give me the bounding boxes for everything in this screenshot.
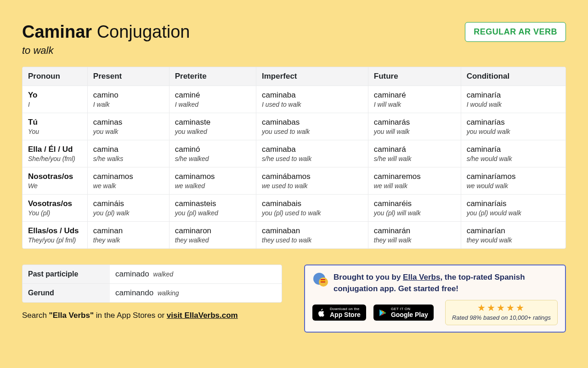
promo-box: Brought to you by Ella Verbs, the top-ra… [304, 264, 566, 333]
conjugation-cell: caminamoswe walked [170, 167, 256, 195]
column-header: Present [88, 67, 170, 86]
pronoun-cell: Vosotras/osYou (pl) [23, 195, 88, 222]
column-header: Pronoun [23, 67, 88, 86]
app-name: "Ella Verbs" [49, 311, 94, 320]
pronoun-cell: TúYou [23, 113, 88, 140]
column-header: Preterite [170, 67, 256, 86]
conjugation-cell: caminabasyou used to walk [256, 113, 368, 140]
table-row: Ellas/os / UdsThey/you (pl fml)caminanth… [23, 222, 565, 248]
verb-translation: to walk [22, 45, 190, 57]
conjugation-cell: caminabanthey used to walk [256, 222, 368, 248]
apple-icon [317, 308, 326, 317]
app-store-button[interactable]: Download on the App Store [312, 305, 366, 321]
visit-site-link[interactable]: visit EllaVerbs.com [167, 311, 238, 320]
rating-text: Rated 98% based on 10,000+ ratings [452, 314, 551, 321]
table-row: TúYoucaminasyou walkcaminasteyou walkedc… [23, 113, 565, 140]
conjugation-cell: caminaremoswe will walk [368, 167, 461, 195]
pronoun-cell: Ella / Él / UdShe/he/you (fml) [23, 140, 88, 167]
conjugation-cell: caminaronthey walked [170, 222, 256, 248]
column-header: Future [368, 67, 461, 86]
conjugation-cell: caminaríasyou would walk [461, 113, 565, 140]
conjugation-cell: caminabaisyou (pl) used to walk [256, 195, 368, 222]
participle-label: Past participle [23, 265, 110, 284]
conjugation-cell: caminaríamoswe would walk [461, 167, 565, 195]
rating-box: ★★★★★ Rated 98% based on 10,000+ ratings [445, 300, 558, 325]
participle-row: Past participlecaminado walked [23, 265, 282, 284]
pronoun-cell: Nosotras/osWe [23, 167, 88, 195]
column-header: Imperfect [256, 67, 368, 86]
participle-value: caminado walked [110, 265, 282, 284]
conjugation-cell: caminasteyou walked [170, 113, 256, 140]
page-title: Caminar Conjugation [22, 22, 190, 42]
conjugation-table: PronounPresentPreteriteImperfectFutureCo… [22, 67, 566, 249]
table-row: Vosotras/osYou (pl)camináisyou (pl) walk… [23, 195, 565, 222]
conjugation-cell: caminarás/he will walk [368, 140, 461, 167]
column-header: Conditional [461, 67, 565, 86]
promo-text: Brought to you by Ella Verbs, the top-ra… [334, 272, 558, 294]
star-icons: ★★★★★ [452, 303, 551, 312]
search-instruction: Search "Ella Verbs" in the App Stores or… [22, 311, 282, 320]
conjugation-cell: caminaréisyou (pl) will walk [368, 195, 461, 222]
conjugation-cell: caminasyou walk [88, 113, 170, 140]
conjugation-cell: caminarásyou will walk [368, 113, 461, 140]
participle-label: Gerund [23, 284, 110, 302]
page-title-block: Caminar Conjugation to walk [22, 22, 190, 57]
promo-app-icon [312, 272, 329, 288]
conjugation-cell: caminaránthey will walk [368, 222, 461, 248]
participle-row: Gerundcaminando walking [23, 284, 282, 302]
conjugation-cell: caminasteisyou (pl) walked [170, 195, 256, 222]
pronoun-cell: YoI [23, 86, 88, 113]
pronoun-cell: Ellas/os / UdsThey/you (pl fml) [23, 222, 88, 248]
conjugation-cell: caminabas/he used to walk [256, 140, 368, 167]
participle-table: Past participlecaminado walkedGerundcami… [22, 264, 282, 303]
conjugation-cell: caminoI walk [88, 86, 170, 113]
conjugation-cell: caminanthey walk [88, 222, 170, 248]
conjugation-cell: caminabaI used to walk [256, 86, 368, 113]
participle-value: caminando walking [110, 284, 282, 302]
conjugation-cell: caminéI walked [170, 86, 256, 113]
conjugation-cell: caminós/he walked [170, 140, 256, 167]
table-row: Nosotras/osWecaminamoswe walkcaminamoswe… [23, 167, 565, 195]
conjugation-cell: camináisyou (pl) walk [88, 195, 170, 222]
conjugation-cell: caminaríaI would walk [461, 86, 565, 113]
conjugation-cell: caminábamoswe used to walk [256, 167, 368, 195]
google-play-icon [378, 308, 387, 317]
conjugation-cell: caminarías/he would walk [461, 140, 565, 167]
table-row: Ella / Él / UdShe/he/you (fml)caminas/he… [23, 140, 565, 167]
conjugation-cell: caminaríaisyou (pl) would walk [461, 195, 565, 222]
conjugation-cell: caminaríanthey would walk [461, 222, 565, 248]
verb-name: Caminar [22, 22, 92, 41]
conjugation-cell: caminas/he walks [88, 140, 170, 167]
promo-app-link[interactable]: Ella Verbs [403, 273, 440, 282]
verb-type-badge: REGULAR AR VERB [465, 22, 566, 42]
title-suffix: Conjugation [97, 22, 190, 41]
conjugation-cell: caminaréI will walk [368, 86, 461, 113]
google-play-button[interactable]: GET IT ON Google Play [373, 305, 434, 321]
conjugation-cell: caminamoswe walk [88, 167, 170, 195]
table-row: YoIcaminoI walkcaminéI walkedcaminabaI u… [23, 86, 565, 113]
